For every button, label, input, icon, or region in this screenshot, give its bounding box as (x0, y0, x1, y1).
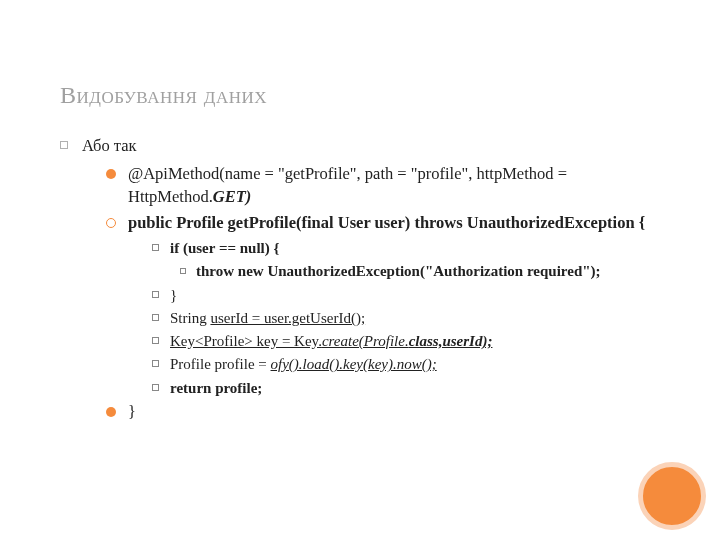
text-bi: class,userId); (409, 333, 493, 349)
bullet-profile: Profile profile = ofy().load().key(key).… (152, 354, 680, 374)
bullet-annotation: @ApiMethod(name = "getProfile", path = "… (106, 163, 680, 208)
text: Profile profile = (170, 356, 271, 372)
text: } (170, 287, 177, 303)
bullet-throw: throw new UnauthorizedException("Authori… (180, 261, 680, 281)
bullet-end: } (106, 401, 680, 423)
text: } (128, 402, 136, 421)
slide-body: Або так @ApiMethod(name = "getProfile", … (60, 135, 680, 427)
text-u2: <Profile> key = Key. (195, 333, 322, 349)
bullet-signature: public Profile getProfile(final User use… (106, 212, 680, 234)
bullet-lvl1: Або так (60, 135, 680, 157)
bullet-key: Key<Profile> key = Key.create(Profile.cl… (152, 331, 680, 351)
text: String (170, 310, 210, 326)
slide-title: Видобування даних (60, 82, 267, 109)
text-i: create(Profile. (322, 333, 409, 349)
text-ital: GET) (213, 187, 252, 206)
text: public Profile getProfile(final User use… (128, 213, 645, 232)
bullet-if: if (user == null) { (152, 238, 680, 258)
bullet-return: return profile; (152, 378, 680, 398)
text-u: Key (170, 333, 195, 349)
text: if (user == null) { (170, 240, 279, 256)
text-u: userId = user.getUserId(); (210, 310, 365, 326)
text: @ApiMethod(name = "getProfile", path = "… (128, 164, 567, 205)
bullet-close: } (152, 285, 680, 305)
decorative-circle-icon (638, 462, 706, 530)
text: throw new UnauthorizedException("Authori… (196, 263, 601, 279)
text: return profile; (170, 380, 262, 396)
text-i: ofy().load().key(key).now(); (271, 356, 437, 372)
bullet-userid: String userId = user.getUserId(); (152, 308, 680, 328)
